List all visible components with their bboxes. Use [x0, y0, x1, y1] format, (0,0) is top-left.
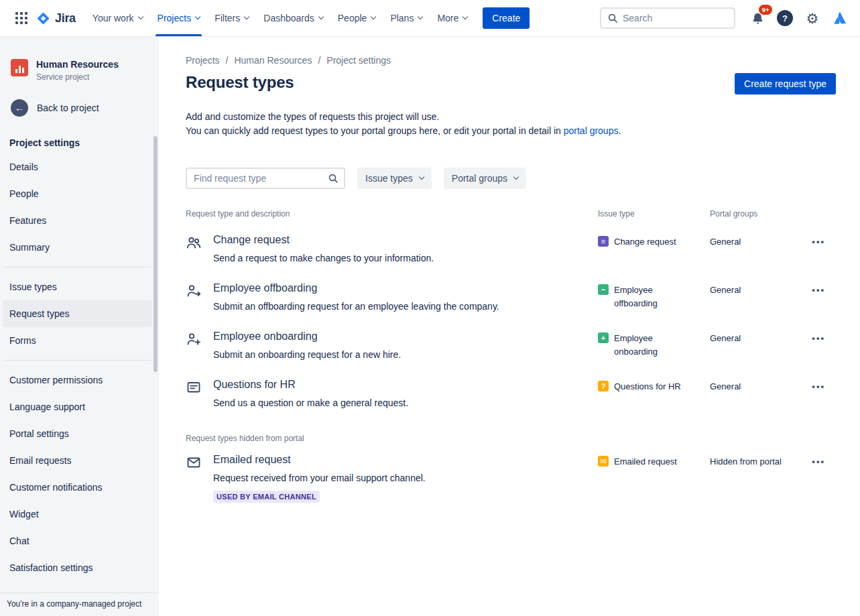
project-settings-sidebar: Human Resources Service project ← Back t… — [0, 37, 159, 616]
row-actions-button[interactable]: ••• — [808, 234, 829, 249]
issue-type-label: Questions for HR — [614, 380, 681, 393]
sidebar-item-email-requests[interactable]: Email requests — [3, 447, 152, 474]
project-header: Human Resources Service project — [0, 59, 159, 82]
sidebar-item-label: Portal settings — [9, 428, 69, 439]
portal-group-value: General — [710, 234, 804, 247]
jira-logo[interactable]: Jira — [32, 11, 85, 25]
dropdown-label: Issue types — [365, 173, 413, 184]
project-avatar — [11, 59, 28, 76]
breadcrumb-human-resources[interactable]: Human Resources — [234, 55, 312, 66]
breadcrumb-project-settings[interactable]: Project settings — [326, 55, 391, 66]
sidebar-item-customer-notifications[interactable]: Customer notifications — [3, 474, 152, 501]
sidebar-item-label: Satisfaction settings — [9, 562, 93, 573]
nav-item-your-work[interactable]: Your work — [85, 0, 150, 36]
find-request-type-field[interactable] — [186, 168, 345, 189]
nav-item-label: Plans — [390, 13, 414, 23]
sidebar-item-issue-types[interactable]: Issue types — [3, 273, 152, 300]
sidebar-item-portal-settings[interactable]: Portal settings — [3, 420, 152, 447]
sidebar-item-label: Issue types — [9, 282, 57, 292]
top-navigation: Jira Your work Projects Filters Dashboar… — [0, 0, 860, 37]
search-icon — [607, 13, 618, 23]
nav-item-label: Projects — [158, 13, 192, 23]
table-header-row: Request type and description Issue type … — [186, 209, 836, 225]
atlassian-app-button[interactable] — [829, 7, 851, 29]
person-arrow-out-icon — [186, 283, 202, 299]
nav-item-more[interactable]: More — [430, 0, 475, 36]
request-type-description: Submit an offboarding request for an emp… — [213, 301, 499, 312]
portal-group-value: Hidden from portal — [710, 454, 804, 467]
sidebar-item-features[interactable]: Features — [3, 207, 152, 234]
breadcrumb-separator: / — [318, 55, 320, 66]
sidebar-item-chat[interactable]: Chat — [3, 528, 152, 554]
people-group-icon — [186, 235, 202, 251]
sidebar-scrollbar[interactable] — [153, 136, 158, 372]
notifications-button[interactable]: 9+ — [747, 7, 768, 29]
sidebar-item-label: Request types — [9, 308, 70, 319]
chevron-down-icon — [318, 14, 324, 19]
sidebar-item-label: Chat — [9, 536, 29, 546]
nav-item-projects[interactable]: Projects — [150, 0, 208, 36]
portal-group-value: General — [710, 379, 804, 391]
request-type-link[interactable]: Change request — [213, 234, 290, 246]
settings-button[interactable]: ⚙ — [802, 7, 823, 29]
portal-groups-dropdown[interactable]: Portal groups — [444, 168, 526, 189]
nav-item-label: People — [338, 13, 367, 23]
sidebar-item-label: People — [9, 188, 39, 199]
back-to-project[interactable]: ← Back to project — [0, 99, 159, 117]
global-search[interactable] — [600, 7, 735, 29]
back-to-project-label: Back to project — [37, 103, 99, 113]
row-actions-button[interactable]: ••• — [808, 454, 829, 469]
chevron-down-icon — [513, 174, 519, 180]
search-input[interactable] — [623, 13, 728, 23]
sidebar-item-label: Customer permissions — [9, 375, 103, 385]
chevron-down-icon — [244, 14, 249, 19]
nav-item-filters[interactable]: Filters — [207, 0, 256, 36]
nav-item-plans[interactable]: Plans — [383, 0, 430, 36]
hidden-section-label: Request types hidden from portal — [186, 434, 836, 443]
request-type-link[interactable]: Employee offboarding — [213, 282, 317, 294]
sidebar-item-summary[interactable]: Summary — [3, 234, 152, 261]
app-name: Jira — [55, 11, 76, 25]
issue-type-onboarding-icon: + — [598, 332, 609, 343]
project-type: Service project — [36, 72, 119, 82]
nav-item-dashboards[interactable]: Dashboards — [256, 0, 330, 36]
description-line-2: You can quickly add request types to you… — [186, 124, 836, 138]
help-button[interactable]: ? — [774, 7, 796, 29]
issue-types-dropdown[interactable]: Issue types — [357, 168, 432, 189]
nav-item-people[interactable]: People — [330, 0, 383, 36]
create-button[interactable]: Create — [483, 7, 530, 29]
portal-groups-link[interactable]: portal groups — [564, 125, 619, 136]
app-switcher-icon[interactable] — [11, 7, 32, 29]
used-by-email-channel-badge: USED BY EMAIL CHANNEL — [213, 491, 320, 503]
envelope-icon — [186, 454, 202, 471]
sidebar-item-people[interactable]: People — [3, 180, 152, 207]
request-type-link[interactable]: Emailed request — [213, 454, 291, 466]
row-actions-button[interactable]: ••• — [808, 379, 829, 394]
request-types-table: Request type and description Issue type … — [186, 209, 836, 512]
sidebar-item-customer-permissions[interactable]: Customer permissions — [3, 367, 152, 393]
sidebar-item-request-types[interactable]: Request types — [3, 300, 152, 327]
sidebar-item-label: Forms — [9, 335, 36, 346]
description-text: You can quickly add request types to you… — [186, 125, 561, 136]
request-type-link[interactable]: Employee onboarding — [213, 330, 318, 343]
row-actions-button[interactable]: ••• — [808, 282, 829, 298]
table-row: Employee onboarding Submit an onboarding… — [186, 321, 836, 369]
sidebar-item-forms[interactable]: Forms — [3, 327, 152, 354]
person-plus-icon — [186, 331, 202, 347]
find-request-type-input[interactable] — [194, 173, 328, 184]
request-type-link[interactable]: Questions for HR — [213, 379, 296, 391]
sidebar-item-details[interactable]: Details — [3, 153, 152, 180]
project-name: Human Resources — [36, 59, 119, 71]
row-actions-button[interactable]: ••• — [808, 330, 829, 346]
create-request-type-button[interactable]: Create request type — [735, 73, 836, 95]
sidebar-item-language-support[interactable]: Language support — [3, 393, 152, 420]
breadcrumb-projects[interactable]: Projects — [186, 55, 220, 66]
sidebar-item-widget[interactable]: Widget — [3, 501, 152, 528]
notification-badge: 9+ — [759, 5, 772, 15]
page-description: Add and customize the types of requests … — [186, 110, 836, 138]
chevron-down-icon — [195, 14, 200, 19]
header-request-type: Request type and description — [186, 209, 598, 219]
sidebar-item-satisfaction-settings[interactable]: Satisfaction settings — [3, 554, 152, 581]
sidebar-item-label: Language support — [9, 402, 85, 412]
breadcrumb-separator: / — [226, 55, 229, 66]
